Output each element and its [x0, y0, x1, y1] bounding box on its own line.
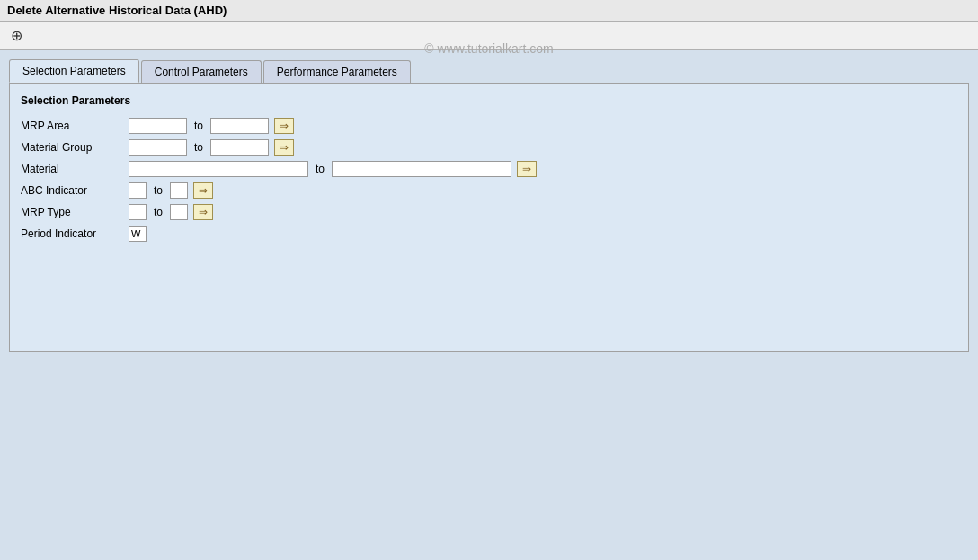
- title-text: Delete Alternative Historical Data (AHD): [7, 4, 227, 17]
- material-group-label: Material Group: [21, 141, 129, 154]
- title-bar: Delete Alternative Historical Data (AHD): [0, 0, 978, 22]
- material-arrow-btn[interactable]: ⇒: [517, 161, 537, 177]
- mrp-type-to-label: to: [154, 206, 163, 218]
- material-label: Material: [21, 163, 129, 175]
- material-from-input[interactable]: [129, 161, 308, 177]
- material-group-row: Material Group to ⇒: [21, 139, 957, 156]
- mrp-area-from-input[interactable]: [129, 118, 187, 134]
- abc-indicator-arrow-btn[interactable]: ⇒: [193, 182, 213, 199]
- mrp-type-row: MRP Type to ⇒: [21, 204, 957, 220]
- period-indicator-row: Period Indicator: [21, 226, 957, 242]
- mrp-type-label: MRP Type: [21, 206, 129, 218]
- mrp-type-to-input[interactable]: [170, 204, 188, 220]
- tab-selection[interactable]: Selection Parameters: [9, 59, 139, 83]
- form-panel: Selection Parameters MRP Area to ⇒ Mater…: [9, 83, 969, 352]
- abc-indicator-row: ABC Indicator to ⇒: [21, 182, 957, 199]
- tabs-container: Selection Parameters Control Parameters …: [9, 59, 969, 83]
- abc-indicator-from-input[interactable]: [129, 182, 147, 199]
- material-group-from-input[interactable]: [129, 139, 187, 156]
- mrp-type-arrow-btn[interactable]: ⇒: [193, 204, 213, 220]
- tab-performance[interactable]: Performance Parameters: [263, 60, 411, 83]
- material-to-label: to: [316, 163, 325, 175]
- material-group-arrow-btn[interactable]: ⇒: [274, 139, 294, 156]
- mrp-area-to-label: to: [194, 120, 203, 132]
- panel-title: Selection Parameters: [21, 94, 957, 107]
- mrp-area-row: MRP Area to ⇒: [21, 118, 957, 134]
- mrp-area-to-input[interactable]: [210, 118, 269, 134]
- abc-indicator-label: ABC Indicator: [21, 184, 129, 197]
- period-indicator-input[interactable]: [129, 226, 147, 242]
- material-to-input[interactable]: [332, 161, 511, 177]
- material-group-to-label: to: [194, 141, 203, 154]
- tab-control[interactable]: Control Parameters: [141, 60, 262, 83]
- period-indicator-label: Period Indicator: [21, 227, 129, 240]
- mrp-type-from-input[interactable]: [129, 204, 147, 220]
- toolbar: ⊕ © www.tutorialkart.com: [0, 22, 978, 50]
- mrp-area-arrow-btn[interactable]: ⇒: [274, 118, 294, 134]
- main-content: Selection Parameters Control Parameters …: [0, 50, 978, 361]
- abc-indicator-to-input[interactable]: [170, 182, 188, 199]
- material-row: Material to ⇒: [21, 161, 957, 177]
- mrp-area-label: MRP Area: [21, 120, 129, 132]
- material-group-to-input[interactable]: [210, 139, 269, 156]
- toolbar-icon[interactable]: ⊕: [7, 27, 25, 45]
- abc-indicator-to-label: to: [154, 184, 163, 197]
